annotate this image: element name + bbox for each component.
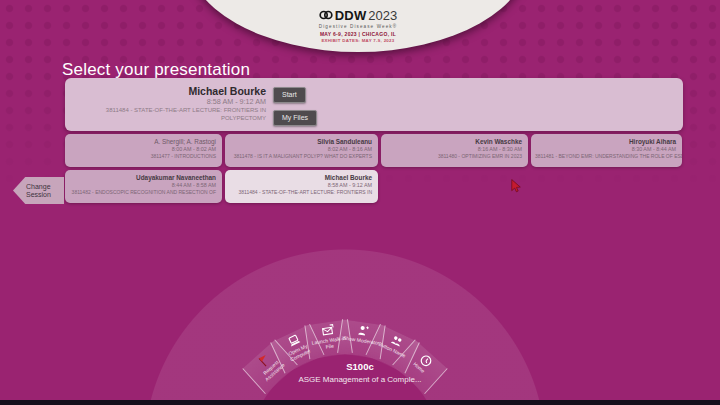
time-range: 8:58 AM - 9:12 AM xyxy=(229,182,372,189)
presenter-name: Michael Bourke xyxy=(229,174,372,182)
bottom-bar xyxy=(0,400,720,405)
session-title: 3811478 - IS IT A MALIGNANT POLYP? WHAT … xyxy=(229,153,372,160)
start-button[interactable]: Start xyxy=(273,87,306,103)
featured-time-range: 8:58 AM - 9:12 AM xyxy=(65,97,266,106)
presentation-card[interactable]: Hiroyuki Aihara 8:30 AM - 8:44 AM 381148… xyxy=(531,134,682,167)
ddw-logo-brand: DDW xyxy=(335,8,367,23)
session-title: 3811477 - INTRODUCTIONS xyxy=(69,153,216,160)
time-range: 8:44 AM - 8:58 AM xyxy=(69,182,216,189)
presenter-name: Kevin Waschke xyxy=(385,138,522,146)
presentation-card-selected[interactable]: Michael Bourke 8:58 AM - 9:12 AM 3811484… xyxy=(225,170,378,203)
featured-presenter-name: Michael Bourke xyxy=(65,85,266,97)
presenter-name: Silvia Sanduleanu xyxy=(229,138,372,146)
page-title: Select your presentation xyxy=(62,60,250,80)
session-title: 3811481 - BEYOND EMR: UNDERSTANDING THE … xyxy=(535,153,676,160)
ddw-tagline: Digestive Disease Week® xyxy=(319,24,397,29)
presentation-select-screen: DDW 2023 Digestive Disease Week® MAY 6-9… xyxy=(0,0,720,405)
ddw-logo-year: 2023 xyxy=(368,8,397,23)
room-info: S100c ASGE Management of a Comple... xyxy=(0,361,720,384)
change-session-label-line1: Change xyxy=(26,183,64,191)
time-range: 8:00 AM - 8:02 AM xyxy=(69,146,216,153)
ddw-logo-icon xyxy=(319,9,333,21)
featured-presentation-card: Michael Bourke 8:58 AM - 9:12 AM 3811484… xyxy=(65,78,683,131)
time-range: 8:16 AM - 8:30 AM xyxy=(385,146,522,153)
presenter-name: Udayakumar Navaneethan xyxy=(69,174,216,182)
time-range: 8:30 AM - 8:44 AM xyxy=(535,146,676,153)
session-title: 3811482 - ENDOSCOPIC RECOGNITION AND RES… xyxy=(69,189,216,196)
my-files-button[interactable]: My Files xyxy=(273,110,317,126)
session-title: 3811480 - OPTIMIZING EMR IN 2023 xyxy=(385,153,522,160)
session-title: 3811484 - STATE-OF-THE-ART LECTURE: FRON… xyxy=(229,189,372,196)
room-code: S100c xyxy=(0,361,720,372)
ddw-exhibit-dates: EXHIBIT DATES: MAY 7-9, 2023 xyxy=(321,38,394,43)
presenter-name: A. Shergill; A. Rastogi xyxy=(69,138,216,146)
presentation-card[interactable]: Udayakumar Navaneethan 8:44 AM - 8:58 AM… xyxy=(65,170,222,203)
ddw-logo: DDW 2023 xyxy=(319,8,398,23)
change-session-label-line2: Session xyxy=(26,191,64,199)
presenter-name: Hiroyuki Aihara xyxy=(535,138,676,146)
presentation-card[interactable]: Silvia Sanduleanu 8:02 AM - 8:16 AM 3811… xyxy=(225,134,378,167)
presentation-card[interactable]: Kevin Waschke 8:16 AM - 8:30 AM 3811480 … xyxy=(381,134,528,167)
featured-session-title: 3811484 - STATE-OF-THE-ART LECTURE: FRON… xyxy=(65,106,266,122)
room-session-title: ASGE Management of a Comple... xyxy=(0,375,720,384)
mouse-cursor-icon xyxy=(510,179,524,193)
presentation-card[interactable]: A. Shergill; A. Rastogi 8:00 AM - 8:02 A… xyxy=(65,134,222,167)
ddw-dates: MAY 6-9, 2023 | CHICAGO, IL xyxy=(320,31,396,37)
time-range: 8:02 AM - 8:16 AM xyxy=(229,146,372,153)
